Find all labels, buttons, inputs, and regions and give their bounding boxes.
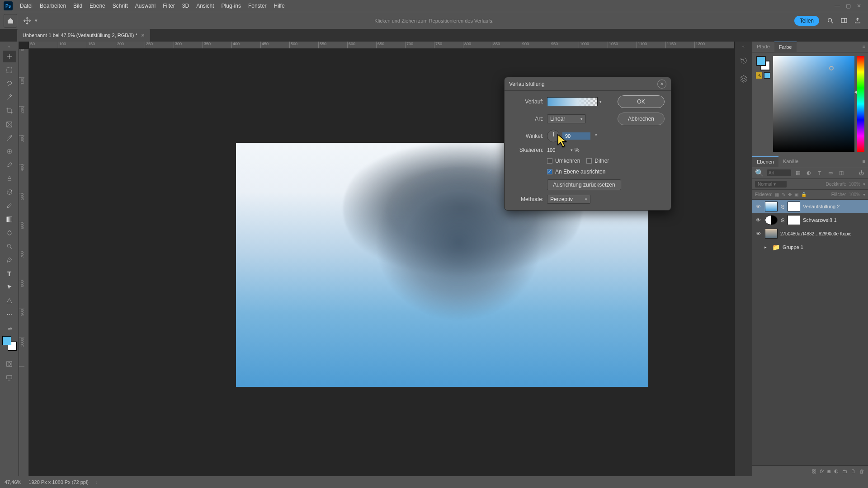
layer-thumb[interactable] [765,215,778,225]
info-expand-icon[interactable]: › [96,479,98,485]
filter-image-icon[interactable]: ▦ [794,169,802,177]
dodge-tool[interactable] [3,240,16,252]
umkehren-checkbox[interactable]: Umkehren [547,158,580,164]
menu-auswahl[interactable]: Auswahl [132,3,159,9]
gradient-dropdown-icon[interactable]: ▾ [599,99,602,104]
ok-button[interactable]: OK [618,95,665,108]
hue-strip[interactable] [857,56,864,152]
filter-search-icon[interactable]: 🔍 [755,169,764,177]
menu-bearbeiten[interactable]: Bearbeiten [36,3,70,9]
visibility-icon[interactable]: 👁 [754,204,762,209]
layer-row-blackwhite[interactable]: 👁 ⛓ Schwarzweiß 1 [752,213,868,227]
link-icon[interactable]: ⛓ [780,218,785,223]
fg-swatch[interactable] [756,56,766,66]
path-selection-tool[interactable] [3,281,16,293]
zoom-level[interactable]: 47,46% [5,479,21,485]
color-swatches[interactable] [2,336,17,351]
options-dropdown-icon[interactable]: ▾ [33,14,39,27]
history-panel-icon[interactable] [737,54,750,67]
gradient-fill-dialog[interactable]: Verlaufsfüllung ✕ Verlauf: ▾ OK Art: Lin… [504,77,671,211]
toolbox-collapse-icon[interactable]: « [8,44,10,49]
hue-pointer[interactable] [854,90,857,94]
export-icon[interactable] [851,14,864,28]
gradient-preview[interactable] [547,97,598,106]
eyedropper-tool[interactable] [3,132,16,144]
fill-value[interactable]: 100% [849,192,860,197]
folder-icon[interactable]: 📁 [772,244,780,251]
reset-alignment-button[interactable]: Ausrichtung zurücksetzen [547,179,621,190]
add-mask-icon[interactable]: ◙ [827,469,830,474]
app-logo[interactable]: Ps [4,1,13,10]
window-maximize-button[interactable]: ▢ [843,3,854,9]
layer-thumb[interactable] [765,229,778,239]
lock-position-icon[interactable]: ✥ [788,192,792,197]
frame-tool[interactable] [3,118,16,130]
menu-3d[interactable]: 3D [179,3,193,9]
dock-collapse-icon[interactable]: « [742,44,745,49]
new-group-icon[interactable]: 🗀 [842,469,847,474]
crop-tool[interactable] [3,105,16,117]
healing-brush-tool[interactable] [3,145,16,157]
group-toggle-icon[interactable]: ▸ [761,245,769,249]
layer-row-gradient[interactable]: 👁 ⛓ Verlaufsfüllung 2 [752,200,868,213]
angle-widget[interactable] [547,130,560,142]
filter-shape-icon[interactable]: ▭ [826,169,835,177]
panel-menu-icon[interactable]: ≡ [860,42,868,52]
link-layers-icon[interactable]: ⛓ [811,469,816,474]
lock-pixels-icon[interactable]: ▦ [775,192,779,197]
tab-pfade[interactable]: Pfade [752,42,774,52]
blur-tool[interactable] [3,227,16,239]
window-close-button[interactable]: ✕ [854,3,864,9]
align-layer-checkbox[interactable]: ✓An Ebene ausrichten [547,169,605,175]
menu-datei[interactable]: Datei [16,3,36,9]
filter-type-icon[interactable]: T [816,169,824,177]
layer-thumb[interactable] [765,202,778,211]
color-field[interactable] [773,56,854,152]
document-info[interactable]: 1920 Px x 1080 Px (72 ppi) [28,479,89,485]
menu-plugins[interactable]: Plug-ins [218,3,245,9]
filter-smart-icon[interactable]: ◫ [837,169,845,177]
home-icon[interactable] [4,14,17,28]
menu-fenster[interactable]: Fenster [245,3,270,9]
history-brush-tool[interactable] [3,186,16,198]
visibility-icon[interactable]: 👁 [754,231,762,236]
menu-ebene[interactable]: Ebene [86,3,109,9]
workspace-icon[interactable] [837,14,851,28]
type-select[interactable]: Linear▾ [547,114,586,123]
dialog-titlebar[interactable]: Verlaufsfüllung ✕ [505,77,671,91]
layer-name[interactable]: 27b0480a7f4882…82990c0e Kopie [780,231,851,236]
share-button[interactable]: Teilen [794,16,819,26]
marquee-tool[interactable] [3,64,16,76]
window-minimize-button[interactable]: — [832,3,843,9]
color-cursor[interactable] [829,66,834,70]
layer-row-image[interactable]: 👁 27b0480a7f4882…82990c0e Kopie [752,227,868,240]
layers-menu-icon[interactable]: ≡ [860,156,868,167]
menu-filter[interactable]: Filter [159,3,179,9]
tab-ebenen[interactable]: Ebenen [752,156,778,167]
layer-mask[interactable] [788,202,800,211]
visibility-icon[interactable]: 👁 [754,217,762,223]
document-tab[interactable]: Unbenannt-1 bei 47,5% (Verlaufsfüllung 2… [17,29,150,42]
clone-stamp-tool[interactable] [3,173,16,184]
layer-mask[interactable] [788,215,800,225]
delete-layer-icon[interactable]: 🗑 [859,469,864,474]
scale-dropdown-icon[interactable]: ▾ [571,148,573,152]
dialog-close-button[interactable]: ✕ [657,80,666,89]
angle-input[interactable] [562,132,590,140]
menu-ansicht[interactable]: Ansicht [193,3,217,9]
swap-colors-icon[interactable]: ⇄ [3,325,17,332]
cancel-button[interactable]: Abbrechen [618,113,665,125]
filter-adjustment-icon[interactable]: ◐ [805,169,813,177]
layers-panel-icon[interactable] [737,72,750,85]
layer-row-group[interactable]: ▸ 📁 Gruppe 1 [752,240,868,254]
menu-bild[interactable]: Bild [70,3,86,9]
lasso-tool[interactable] [3,78,16,89]
close-tab-icon[interactable]: ✕ [141,33,145,38]
new-layer-icon[interactable]: 🗋 [851,469,856,474]
brush-tool[interactable] [3,159,16,171]
foreground-color-swatch[interactable] [2,336,11,345]
new-adjustment-icon[interactable]: ◐ [834,468,839,474]
tab-farbe[interactable]: Farbe [774,42,797,52]
link-icon[interactable]: ⛓ [780,204,785,209]
layer-name[interactable]: Gruppe 1 [783,244,803,250]
